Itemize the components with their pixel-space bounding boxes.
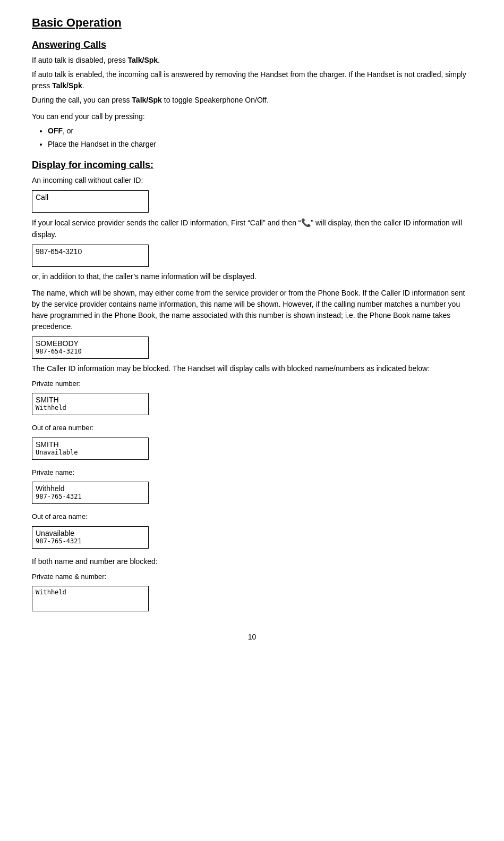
box-private-number-line1: SMITH (36, 396, 145, 404)
para3-end: to toggle Speakerphone On/Off. (162, 96, 269, 104)
para3-bold: Talk/Spk (132, 96, 162, 104)
out-area-number-label: Out of area number: (32, 423, 472, 433)
para3-text: During the call, you can press (32, 96, 132, 104)
private-number-label: Private number: (32, 379, 472, 389)
end-call-text: You can end your call by pressing: (32, 111, 472, 122)
answering-calls-para3: During the call, you can press Talk/Spk … (32, 95, 472, 106)
out-area-number-subsection: Out of area number: SMITH Unavailable (32, 423, 472, 460)
private-name-label: Private name: (32, 467, 472, 478)
box-out-area-number-line2: Unavailable (36, 449, 145, 456)
bullet-off: OFF, or (48, 125, 472, 137)
private-name-number-label: Private name & number: (32, 571, 472, 582)
answering-calls-section: Answering Calls If auto talk is disabled… (32, 39, 472, 150)
box-somebody: SOMEBODY 987-654-3210 (32, 337, 149, 359)
box-out-area-number-line1: SMITH (36, 440, 145, 449)
bullet-off-plain: , or (63, 127, 73, 135)
para1-end: . (158, 56, 160, 64)
box-private-name-number: Withheld (32, 586, 149, 611)
box-out-area-name-line1: Unavailable (36, 529, 145, 537)
box-private-name-number-line2: Withheld (36, 588, 145, 596)
box-private-number: SMITH Withheld (32, 393, 149, 415)
para1-bold: Talk/Spk (128, 56, 158, 64)
para2-end: . (82, 81, 84, 90)
box-private-name-line1: Withheld (36, 484, 145, 493)
box-private-name: Withheld 987-765-4321 (32, 482, 149, 504)
display-intro: An incoming call without caller ID: (32, 175, 472, 186)
box-somebody-line2: 987-654-3210 (36, 348, 145, 355)
private-name-subsection: Private name: Withheld 987-765-4321 (32, 467, 472, 504)
phonebook-para: The name, which will be shown, may eithe… (32, 288, 472, 332)
box-phone-number: 987-654-3210 (32, 245, 149, 267)
box-out-area-number: SMITH Unavailable (32, 438, 149, 460)
box-private-name-line2: 987-765-4321 (36, 493, 145, 500)
box-somebody-line1: SOMEBODY (36, 339, 145, 348)
callerid-text: If your local service provider sends the… (32, 218, 301, 227)
both-blocked-text: If both name and number are blocked: (32, 556, 472, 567)
display-incoming-section: Display for incoming calls: An incoming … (32, 159, 472, 611)
bullet-off-bold: OFF (48, 127, 63, 135)
bullet-handset-text: Place the Handset in the charger (48, 140, 156, 148)
answering-calls-para1: If auto talk is disabled, press Talk/Spk… (32, 55, 472, 66)
box-no-callerid: Call (32, 190, 149, 213)
phone-icon: 📞 (301, 218, 311, 227)
bullet-handset: Place the Handset in the charger (48, 139, 472, 150)
box-out-area-name: Unavailable 987-765-4321 (32, 526, 149, 549)
box-out-area-name-line2: 987-765-4321 (36, 537, 145, 545)
blocked-para: The Caller ID information may be blocked… (32, 363, 472, 374)
out-area-name-subsection: Out of area name: Unavailable 987-765-43… (32, 511, 472, 549)
box-no-callerid-line1: Call (36, 193, 145, 201)
page-number: 10 (32, 633, 472, 641)
page-title: Basic Operation (32, 16, 472, 30)
box-phone-number-line1: 987-654-3210 (36, 247, 145, 256)
answering-calls-para2: If auto talk is enabled, the incoming ca… (32, 69, 472, 91)
callerid-para: If your local service provider sends the… (32, 217, 472, 240)
answering-calls-heading: Answering Calls (32, 39, 472, 51)
end-call-bullets: OFF, or Place the Handset in the charger (48, 125, 472, 150)
para2-bold: Talk/Spk (52, 81, 82, 90)
display-incoming-heading: Display for incoming calls: (32, 159, 472, 171)
box-private-number-line2: Withheld (36, 404, 145, 411)
out-area-name-label: Out of area name: (32, 511, 472, 522)
private-number-subsection: Private number: SMITH Withheld (32, 379, 472, 416)
name-info-para: or, in addition to that, the caller’s na… (32, 271, 472, 282)
para1-text: If auto talk is disabled, press (32, 56, 128, 64)
private-name-number-subsection: Private name & number: Withheld (32, 571, 472, 612)
para2-text: If auto talk is enabled, the incoming ca… (32, 70, 466, 90)
